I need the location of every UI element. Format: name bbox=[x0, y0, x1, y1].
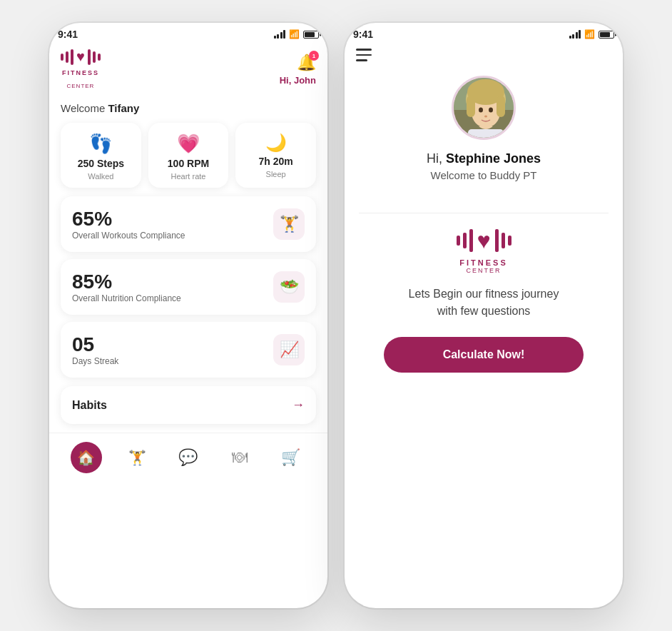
phone-2: 9:41 📶 bbox=[345, 23, 623, 608]
nav-chat[interactable]: 💬 bbox=[173, 442, 204, 473]
stats-grid: 👣 250 Steps Walked 💗 100 RPM Heart rate … bbox=[49, 123, 327, 196]
wifi-icon-2: 📶 bbox=[584, 29, 595, 39]
welcome-text: Welcome Tifany bbox=[49, 99, 327, 123]
section-divider bbox=[359, 213, 609, 213]
habits-arrow-icon: → bbox=[292, 398, 305, 413]
heartbeat-icon: 💗 bbox=[177, 133, 200, 155]
status-time-1: 9:41 bbox=[58, 29, 78, 40]
brand-heart-icon: ♥ bbox=[477, 228, 491, 254]
workout-compliance-card: 65% Overall Workouts Compliance 🏋️ bbox=[61, 196, 316, 252]
habits-section: Habits → bbox=[49, 386, 327, 433]
habits-label: Habits bbox=[72, 399, 107, 412]
svg-point-8 bbox=[479, 107, 483, 112]
nav-workout[interactable]: 🏋 bbox=[121, 442, 153, 473]
status-icons-2: 📶 bbox=[569, 29, 615, 39]
workout-percent: 65% bbox=[72, 208, 185, 231]
brand-left-bars bbox=[457, 229, 473, 252]
phone-1: 9:41 📶 bbox=[49, 23, 327, 608]
logo-subtext-1: CENTER bbox=[66, 83, 94, 89]
nav-food[interactable]: 🍽 bbox=[224, 442, 255, 473]
svg-point-10 bbox=[484, 115, 487, 117]
wifi-icon-1: 📶 bbox=[289, 29, 300, 39]
svg-rect-6 bbox=[467, 96, 475, 117]
nutrition-compliance-card: 85% Overall Nutrition Compliance 🥗 bbox=[61, 259, 316, 315]
logo-text-1: FITNESS bbox=[62, 69, 99, 76]
streak-card: 05 Days Streak 📈 bbox=[61, 322, 316, 378]
battery-icon-2 bbox=[599, 31, 614, 39]
nutrition-icon-wrap: 🥗 bbox=[273, 271, 305, 303]
notif-area: 🔔 1 Hi, John bbox=[280, 54, 316, 86]
food-icon: 🍽 bbox=[232, 448, 248, 467]
chat-icon: 💬 bbox=[178, 448, 198, 467]
stat-card-steps: 👣 250 Steps Walked bbox=[61, 123, 141, 188]
steps-label: Walked bbox=[88, 172, 113, 181]
streak-label: Days Streak bbox=[72, 356, 118, 366]
signal-icon-1 bbox=[274, 30, 286, 39]
phone1-header: ♥ FITNESS CENTER 🔔 1 bbox=[49, 43, 327, 99]
svg-rect-11 bbox=[468, 129, 504, 140]
avatar-image bbox=[454, 78, 516, 140]
chart-icon: 📈 bbox=[280, 340, 299, 359]
dumbbell-icon: 🏋️ bbox=[280, 215, 299, 233]
workout-compliance-left: 65% Overall Workouts Compliance bbox=[72, 208, 185, 241]
heart-value: 100 RPM bbox=[168, 158, 209, 169]
logo-icon-1: ♥ bbox=[61, 49, 101, 65]
streak-left: 05 Days Streak bbox=[72, 333, 118, 366]
nav-cart[interactable]: 🛒 bbox=[275, 442, 306, 473]
svg-rect-7 bbox=[497, 96, 505, 117]
nutrition-label: Overall Nutrition Compliance bbox=[72, 293, 181, 303]
notification-badge: 1 bbox=[309, 51, 319, 61]
steps-value: 250 Steps bbox=[78, 158, 124, 169]
nav-home[interactable]: 🏠 bbox=[71, 442, 102, 473]
nutrition-percent: 85% bbox=[72, 271, 181, 293]
profile-name: Stephine Jones bbox=[446, 151, 541, 166]
status-bar-2: 9:41 📶 bbox=[345, 23, 623, 43]
right-bars bbox=[88, 49, 101, 65]
calculate-button[interactable]: Calculate Now! bbox=[384, 337, 584, 373]
logo-heart: ♥ bbox=[76, 49, 85, 65]
sleep-icon: 🌙 bbox=[265, 133, 287, 153]
profile-section: Hi, Stephine Jones Welcome to Buddy PT bbox=[345, 76, 623, 198]
brand-right-bars bbox=[495, 229, 511, 252]
streak-value: 05 bbox=[72, 333, 118, 356]
svg-point-9 bbox=[489, 107, 493, 112]
bottom-nav: 🏠 🏋 💬 🍽 🛒 bbox=[49, 433, 327, 485]
fitness-tagline: Lets Begin our fitness journeywith few q… bbox=[409, 286, 559, 320]
habits-card[interactable]: Habits → bbox=[61, 386, 316, 424]
nutrition-compliance-left: 85% Overall Nutrition Compliance bbox=[72, 271, 181, 303]
workout-label: Overall Workouts Compliance bbox=[72, 231, 185, 241]
phones-container: 9:41 📶 bbox=[49, 23, 623, 608]
profile-greeting: Hi, Stephine Jones bbox=[427, 151, 541, 166]
brand-logo: ♥ bbox=[457, 228, 511, 254]
hamburger-menu[interactable] bbox=[356, 49, 372, 61]
brand-subtext: CENTER bbox=[459, 267, 507, 274]
left-bars bbox=[61, 49, 73, 65]
footsteps-icon: 👣 bbox=[89, 133, 112, 155]
logo-area-1: ♥ FITNESS CENTER bbox=[61, 49, 101, 91]
status-icons-1: 📶 bbox=[274, 29, 320, 39]
bowl-icon: 🥗 bbox=[280, 278, 299, 296]
home-icon: 🏠 bbox=[77, 449, 95, 466]
greeting-prefix: Hi, bbox=[427, 151, 446, 166]
sleep-label: Sleep bbox=[266, 170, 286, 178]
stat-card-heart: 💗 100 RPM Heart rate bbox=[148, 123, 229, 188]
avatar-wrap bbox=[452, 76, 516, 140]
stat-card-sleep: 🌙 7h 20m Sleep bbox=[235, 123, 316, 188]
streak-icon-wrap: 📈 bbox=[273, 334, 305, 365]
status-bar-1: 9:41 📶 bbox=[49, 23, 327, 43]
hi-label: Hi, John bbox=[280, 75, 316, 86]
compliance-section: 65% Overall Workouts Compliance 🏋️ 85% O… bbox=[49, 196, 327, 386]
welcome-name: Tifany bbox=[108, 102, 139, 114]
sleep-value: 7h 20m bbox=[259, 156, 293, 167]
workout-icon-wrap: 🏋️ bbox=[273, 208, 305, 240]
sub-greeting: Welcome to Buddy PT bbox=[431, 169, 537, 181]
workout-nav-icon: 🏋 bbox=[128, 449, 146, 466]
brand-section: ♥ FITNESS CENTER Lets Begin our fitness … bbox=[345, 228, 623, 387]
heart-label: Heart rate bbox=[171, 172, 206, 181]
battery-icon-1 bbox=[303, 31, 319, 39]
signal-icon-2 bbox=[569, 30, 581, 39]
cart-icon: 🛒 bbox=[281, 448, 300, 467]
brand-name-text: FITNESS bbox=[459, 258, 507, 267]
status-time-2: 9:41 bbox=[353, 29, 373, 40]
phone2-header bbox=[345, 43, 623, 76]
